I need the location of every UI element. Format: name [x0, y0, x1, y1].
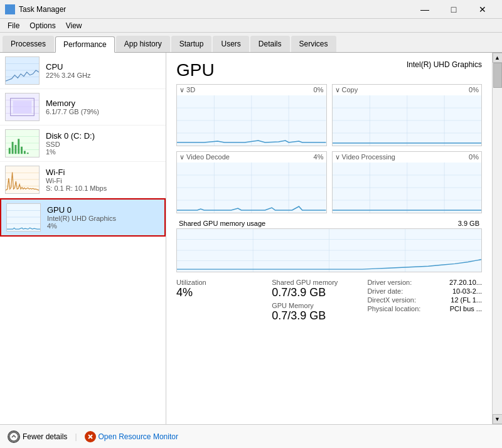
tab-users[interactable]: Users — [213, 36, 248, 52]
chart-video-decode-area — [177, 163, 326, 213]
chart-copy-area — [333, 95, 482, 146]
wifi-thumbnail — [5, 166, 40, 194]
scrollbar-track-area — [493, 63, 502, 414]
chart-video-decode: Video Decode 4% — [176, 151, 327, 213]
content-header: GPU Intel(R) UHD Graphics — [176, 60, 482, 80]
wifi-sub2: S: 0.1 R: 10.1 Mbps — [46, 184, 161, 192]
svg-rect-22 — [21, 147, 23, 154]
menu-view[interactable]: View — [61, 20, 87, 31]
chart-copy-label: Copy — [335, 86, 358, 94]
disk-title: Disk 0 (C: D:) — [46, 131, 161, 141]
open-resource-monitor-label: Open Resource Monitor — [99, 432, 178, 441]
svg-rect-21 — [18, 139, 19, 154]
stat-gpu-mem-value: 0.7/3.9 GB — [272, 309, 367, 323]
svg-point-69 — [9, 432, 18, 441]
sidebar-item-disk[interactable]: Disk 0 (C: D:) SSD 1% — [0, 125, 166, 162]
app-icon — [5, 4, 15, 14]
minimize-button[interactable]: — — [410, 0, 439, 19]
stat-driver-version-row: Driver version: 27.20.10... — [367, 279, 482, 286]
menu-bar: File Options View — [0, 19, 502, 33]
memory-thumbnail — [5, 93, 40, 121]
tab-details[interactable]: Details — [250, 36, 290, 52]
tab-startup[interactable]: Startup — [171, 36, 212, 52]
stat-utilization: Utilization 4% — [176, 279, 272, 323]
stat-directx-value: 12 (FL 1... — [451, 296, 482, 304]
title-bar-title: Task Manager — [19, 5, 66, 14]
fewer-details-label: Fewer details — [23, 432, 67, 441]
chart-video-decode-header: Video Decode 4% — [177, 152, 326, 163]
cpu-info: CPU 22% 3.24 GHz — [46, 62, 161, 79]
memory-info: Memory 6.1/7.7 GB (79%) — [46, 99, 161, 115]
stat-physical-location-label: Physical location: — [367, 305, 420, 312]
stat-driver-version-value: 27.20.10... — [449, 279, 482, 286]
scrollbar-up-button[interactable]: ▲ — [493, 53, 503, 63]
chart-video-processing-header: Video Processing 0% — [333, 152, 482, 163]
stat-driver-date-label: Driver date: — [367, 287, 403, 295]
wifi-title: Wi-Fi — [46, 168, 161, 177]
svg-rect-4 — [6, 57, 39, 84]
wifi-info: Wi-Fi Wi-Fi S: 0.1 R: 10.1 Mbps — [46, 168, 161, 192]
tab-services[interactable]: Services — [291, 36, 336, 52]
cpu-sub: 22% 3.24 GHz — [46, 72, 161, 79]
sidebar-item-memory[interactable]: Memory 6.1/7.7 GB (79%) — [0, 89, 166, 125]
disk-info: Disk 0 (C: D:) SSD 1% — [46, 131, 161, 156]
disk-sub2: 1% — [46, 148, 161, 156]
shared-memory-header: Shared GPU memory usage 3.9 GB — [176, 218, 482, 228]
stat-driver-version-label: Driver version: — [367, 279, 412, 286]
open-resource-monitor-button[interactable]: Open Resource Monitor — [85, 431, 178, 442]
memory-sub: 6.1/7.7 GB (79%) — [46, 108, 161, 115]
sidebar-item-gpu[interactable]: GPU 0 Intel(R) UHD Graphics 4% — [0, 198, 166, 237]
bottom-bar: Fewer details | Open Resource Monitor — [0, 424, 502, 448]
menu-file[interactable]: File — [3, 20, 24, 31]
close-button[interactable]: ✕ — [468, 0, 497, 19]
stat-shared-value: 0.7/3.9 GB — [272, 286, 367, 299]
chart-video-processing-label: Video Processing — [335, 153, 395, 161]
wifi-sub1: Wi-Fi — [46, 177, 161, 184]
svg-rect-3 — [11, 10, 14, 13]
stat-directx-row: DirectX version: 12 (FL 1... — [367, 296, 482, 304]
sidebar-item-wifi[interactable]: Wi-Fi Wi-Fi S: 0.1 R: 10.1 Mbps — [0, 162, 166, 198]
chart-copy-value: 0% — [469, 86, 479, 94]
gpu-sub1: Intel(R) UHD Graphics — [47, 215, 159, 222]
shared-memory-value: 3.9 GB — [458, 220, 479, 227]
gpu-title: GPU 0 — [47, 205, 159, 215]
stat-physical-location-row: Physical location: PCI bus ... — [367, 305, 482, 312]
memory-title: Memory — [46, 99, 161, 108]
chart-3d: 3D 0% — [176, 84, 327, 146]
chart-video-processing: Video Processing 0% — [332, 151, 483, 213]
sidebar-item-cpu[interactable]: CPU 22% 3.24 GHz — [0, 53, 166, 89]
shared-memory-chart — [176, 228, 482, 272]
tab-performance[interactable]: Performance — [55, 36, 115, 53]
stat-directx-label: DirectX version: — [367, 296, 416, 304]
svg-rect-13 — [13, 100, 32, 113]
scrollbar-thumb[interactable] — [493, 63, 502, 88]
tab-processes[interactable]: Processes — [3, 36, 54, 52]
gpu-sub2: 4% — [47, 222, 159, 230]
stat-driver-info: Driver version: 27.20.10... Driver date:… — [367, 279, 482, 323]
chart-video-processing-area — [333, 163, 482, 213]
svg-rect-1 — [11, 6, 14, 9]
content-area: GPU Intel(R) UHD Graphics 3D 0% — [166, 53, 492, 424]
stat-util-label: Utilization — [176, 279, 272, 286]
chart-3d-header: 3D 0% — [177, 85, 326, 95]
svg-rect-2 — [6, 10, 9, 13]
disk-thumbnail — [5, 129, 40, 157]
charts-grid: 3D 0% — [176, 84, 482, 213]
title-bar: Task Manager — □ ✕ — [0, 0, 502, 19]
menu-options[interactable]: Options — [24, 20, 60, 31]
scrollbar-down-button[interactable]: ▼ — [493, 414, 503, 424]
cpu-title: CPU — [46, 62, 161, 72]
tab-app-history[interactable]: App history — [116, 36, 170, 52]
chart-video-decode-value: 4% — [314, 153, 324, 161]
svg-rect-20 — [14, 145, 16, 154]
scrollbar[interactable]: ▲ ▼ — [492, 53, 502, 424]
stat-physical-location-value: PCI bus ... — [450, 305, 482, 312]
disk-sub1: SSD — [46, 141, 161, 148]
fewer-details-button[interactable]: Fewer details — [8, 430, 67, 443]
chart-video-processing-value: 0% — [469, 153, 479, 161]
content-subtitle: Intel(R) UHD Graphics — [407, 60, 482, 69]
chart-3d-value: 0% — [314, 86, 324, 94]
svg-rect-19 — [12, 142, 14, 154]
stat-shared-gpu: Shared GPU memory 0.7/3.9 GB GPU Memory … — [272, 279, 367, 323]
maximize-button[interactable]: □ — [439, 0, 468, 19]
